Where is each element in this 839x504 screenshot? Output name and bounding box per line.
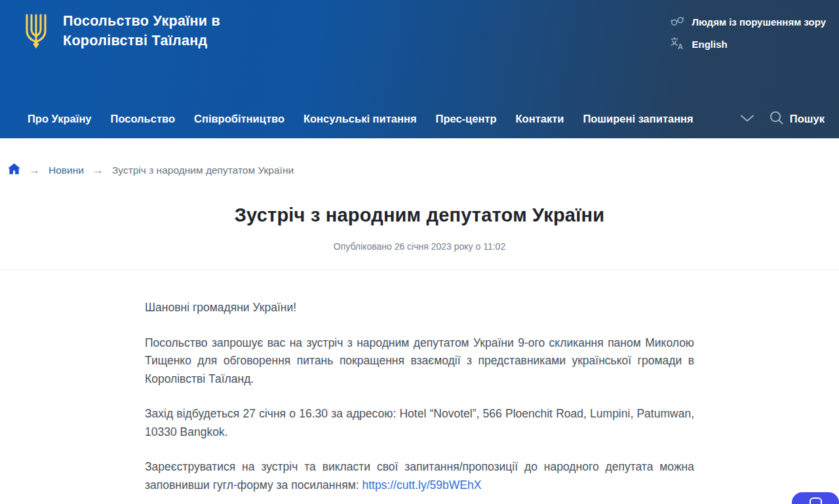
breadcrumb-link-news[interactable]: Новини (49, 165, 84, 176)
language-label: English (692, 39, 727, 50)
breadcrumb-current: Зустріч з народним депутатом України (112, 165, 294, 176)
nav-item-consular[interactable]: Консульські питання (303, 113, 417, 125)
paragraph-invitation: Посольство запрошує вас на зустріч з нар… (145, 334, 694, 389)
registration-link[interactable]: https://cutt.ly/59bWEhX (362, 478, 481, 492)
breadcrumb-home-link[interactable] (8, 163, 20, 177)
nav-item-about-ukraine[interactable]: Про Україну (28, 113, 92, 125)
article: Зустріч з народним депутатом України Опу… (0, 204, 839, 504)
nav-item-cooperation[interactable]: Співробітництво (194, 113, 284, 125)
ukraine-trident-icon (22, 12, 50, 52)
search-icon (769, 110, 784, 128)
header-top-row: Посольство України в Королівстві Таїланд (0, 0, 839, 58)
nav-item-contacts[interactable]: Контакти (516, 113, 564, 125)
accessibility-link[interactable]: Людям із порушенням зору (670, 14, 826, 30)
nav-item-faq[interactable]: Поширені запитання (583, 113, 693, 125)
paragraph-greeting: Шановні громадяни України! (145, 299, 694, 317)
site-title: Посольство України в Королівстві Таїланд (63, 11, 220, 52)
site-title-line2: Королівстві Таїланд (63, 31, 220, 50)
page-title: Зустріч з народним депутатом України (0, 204, 839, 226)
language-switch[interactable]: A English (670, 36, 826, 52)
main-nav: Про Україну Посольство Співробітництво К… (0, 110, 839, 128)
paragraph-event-details: Захід відбудеться 27 січня о 16.30 за ад… (145, 405, 694, 441)
nav-more-button[interactable] (740, 113, 754, 125)
messenger-icon (810, 497, 822, 504)
search-label: Пошук (790, 113, 825, 125)
translate-icon: A (670, 36, 684, 52)
chat-widget-button[interactable] (792, 492, 839, 504)
breadcrumb-separator: → (29, 164, 40, 177)
section-divider (0, 269, 839, 270)
accessibility-label: Людям із порушенням зору (692, 16, 826, 28)
page: Посольство України в Королівстві Таїланд (0, 0, 839, 504)
nav-item-press-center[interactable]: Прес-центр (436, 113, 497, 125)
svg-text:A: A (678, 43, 683, 50)
site-title-line1: Посольство України в (63, 11, 220, 31)
breadcrumb: → Новини → Зустріч з народним депутатом … (0, 138, 839, 177)
site-header: Посольство України в Королівстві Таїланд (0, 0, 839, 138)
vision-impaired-icon (670, 14, 684, 30)
breadcrumb-separator: → (92, 164, 104, 177)
paragraph-registration: Зареєструватися на зустріч та викласти с… (145, 458, 694, 494)
article-body: Шановні громадяни України! Посольство за… (145, 299, 694, 504)
header-utility: Людям із порушенням зору A (670, 14, 826, 58)
nav-item-embassy[interactable]: Посольство (111, 113, 175, 125)
search-button[interactable]: Пошук (769, 110, 825, 128)
home-icon (8, 163, 20, 177)
published-date: Опубліковано 26 січня 2023 року о 11:02 (0, 241, 839, 252)
site-brand[interactable]: Посольство України в Королівстві Таїланд (22, 10, 220, 52)
chevron-down-icon (740, 113, 754, 125)
nav-right-controls: Пошук (740, 110, 825, 128)
